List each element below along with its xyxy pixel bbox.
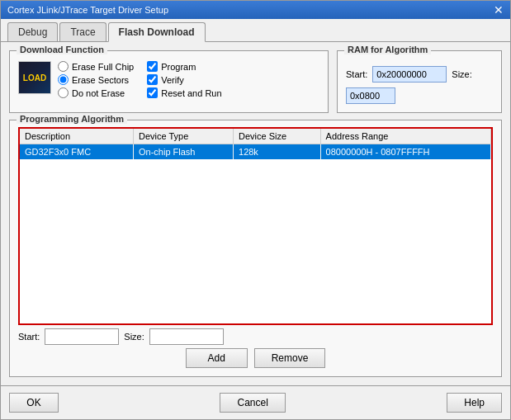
ram-size-input[interactable]: [346, 87, 395, 104]
ram-size-label: Size:: [452, 69, 471, 79]
verify-checkbox[interactable]: [147, 74, 158, 85]
ram-fields: Start: Size:: [346, 66, 493, 104]
top-section: Download Function LOAD Erase Full Chip: [9, 50, 502, 113]
tab-debug[interactable]: Debug: [7, 22, 58, 41]
algorithm-table: Description Device Type Device Size Addr…: [20, 129, 491, 159]
erase-sectors-label: Erase Sectors: [72, 75, 129, 85]
col-description: Description: [20, 129, 134, 144]
main-content: Download Function LOAD Erase Full Chip: [1, 42, 510, 385]
ok-button[interactable]: OK: [9, 393, 59, 413]
ram-start-input[interactable]: [372, 66, 447, 83]
cell-address-range: 08000000H - 0807FFFFH: [320, 144, 490, 160]
cell-device-size: 128k: [234, 144, 321, 160]
reset-run-label: Reset and Run: [161, 88, 221, 98]
table-row[interactable]: GD32F3x0 FMC On-chip Flash 128k 08000000…: [20, 144, 491, 160]
start-label: Start:: [18, 332, 40, 342]
col-address-range: Address Range: [320, 129, 490, 144]
add-button[interactable]: Add: [186, 348, 248, 368]
tab-trace[interactable]: Trace: [59, 22, 106, 41]
checkbox-verify: Verify: [147, 74, 221, 85]
tab-bar: Debug Trace Flash Download: [1, 19, 510, 42]
erase-full-radio[interactable]: [58, 61, 69, 72]
size-input[interactable]: [149, 328, 224, 345]
close-button[interactable]: ✕: [494, 4, 504, 16]
main-window: Cortex JLink/JTrace Target Driver Setup …: [0, 0, 511, 420]
cell-description: GD32F3x0 FMC: [20, 144, 134, 160]
start-input[interactable]: [45, 328, 119, 345]
program-checkbox[interactable]: [147, 61, 158, 72]
radio-do-not-erase: Do not Erase: [58, 87, 134, 98]
verify-label: Verify: [161, 75, 184, 85]
cell-device-type: On-chip Flash: [134, 144, 234, 160]
size-label: Size:: [124, 332, 144, 342]
window-title: Cortex JLink/JTrace Target Driver Setup: [7, 5, 168, 15]
start-size-row: Start: Size:: [18, 328, 493, 345]
title-bar: Cortex JLink/JTrace Target Driver Setup …: [1, 1, 510, 19]
checkbox-program: Program: [147, 61, 221, 72]
ram-start-label: Start:: [346, 69, 367, 79]
do-not-erase-label: Do not Erase: [72, 88, 125, 98]
bottom-bar: OK Cancel Help: [1, 385, 510, 419]
load-icon-text: LOAD: [23, 73, 46, 83]
col-device-size: Device Size: [234, 129, 321, 144]
load-icon: LOAD: [18, 61, 51, 94]
download-function-group: Download Function LOAD Erase Full Chip: [9, 50, 329, 113]
remove-button[interactable]: Remove: [254, 348, 326, 368]
radio-group: Erase Full Chip Erase Sectors Do not Era…: [58, 61, 134, 98]
table-header-row: Description Device Type Device Size Addr…: [20, 129, 491, 144]
algorithm-table-container: Description Device Type Device Size Addr…: [18, 127, 493, 325]
add-remove-row: Add Remove: [18, 348, 493, 368]
checkbox-reset-run: Reset and Run: [147, 87, 221, 98]
cancel-button[interactable]: Cancel: [220, 393, 285, 413]
programming-algorithm-title: Programming Algorithm: [17, 114, 127, 124]
reset-run-checkbox[interactable]: [147, 87, 158, 98]
col-device-type: Device Type: [134, 129, 234, 144]
do-not-erase-radio[interactable]: [58, 87, 69, 98]
radio-erase-full: Erase Full Chip: [58, 61, 134, 72]
ram-algorithm-group: RAM for Algorithm Start: Size:: [337, 50, 502, 113]
tab-flash-download[interactable]: Flash Download: [108, 22, 206, 42]
help-button[interactable]: Help: [447, 393, 502, 413]
radio-erase-sectors: Erase Sectors: [58, 74, 134, 85]
erase-full-label: Erase Full Chip: [72, 62, 134, 72]
ram-algorithm-title: RAM for Algorithm: [344, 45, 431, 54]
programming-algorithm-group: Programming Algorithm Description Device…: [9, 120, 502, 377]
download-function-title: Download Function: [17, 45, 107, 54]
erase-sectors-radio[interactable]: [58, 74, 69, 85]
checkbox-group: Program Verify Reset and Run: [147, 61, 221, 98]
program-label: Program: [161, 62, 196, 72]
download-inner: LOAD Erase Full Chip Erase Sectors: [18, 61, 319, 98]
